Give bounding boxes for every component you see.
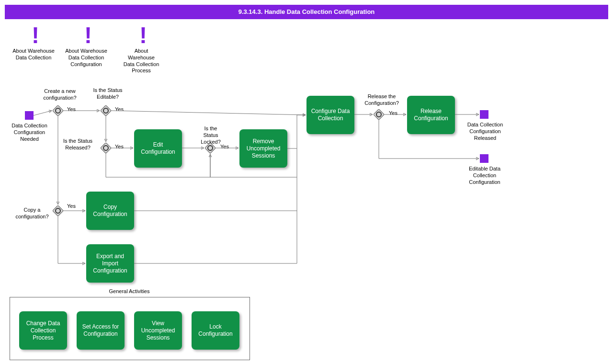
gateway-create-yes: Yes — [67, 106, 81, 113]
end-event-released — [480, 110, 488, 119]
exclamation-icon: ! — [32, 24, 39, 47]
task-view-sessions: View Uncompleted Sessions — [134, 311, 182, 350]
task-change-process: Change Data Collection Process — [19, 311, 67, 350]
svg-rect-10 — [53, 205, 63, 216]
svg-line-12 — [34, 111, 52, 115]
start-event — [25, 111, 34, 120]
task-copy-configuration: Copy Configuration — [86, 192, 134, 230]
end-event-editable-label: Editable Data Collection Configuration — [463, 166, 507, 185]
gateway-release — [374, 109, 384, 120]
gateway-locked-yes: Yes — [220, 144, 235, 150]
note-3: About Warehouse Data Collection Process — [122, 48, 160, 74]
gateway-released-yes: Yes — [115, 144, 129, 150]
svg-rect-8 — [374, 109, 384, 120]
gateway-copy-label: Copy a configuration? — [11, 207, 54, 220]
start-event-label: Data Collection Configuration Needed — [7, 123, 52, 142]
gateway-release-label: Release the Configuration? — [360, 93, 403, 107]
general-activities-title: General Activities — [10, 288, 249, 294]
task-export-import: Export and Import Configuration — [86, 244, 134, 283]
task-release-configuration: Release Configuration — [407, 96, 455, 134]
gateway-copy — [53, 205, 63, 216]
svg-line-14 — [111, 111, 306, 115]
task-edit-configuration: Edit Configuration — [134, 129, 182, 168]
gateway-create-label: Create a new configuration? — [38, 88, 81, 102]
task-configure-data: Configure Data Collection — [306, 96, 354, 134]
note-1: About Warehouse Data Collection — [10, 48, 57, 61]
svg-rect-2 — [101, 105, 111, 116]
end-event-editable — [480, 154, 488, 163]
svg-rect-4 — [101, 143, 111, 153]
gateway-editable — [101, 105, 111, 116]
gateway-release-yes: Yes — [389, 110, 403, 117]
svg-rect-0 — [53, 105, 63, 116]
gateway-create — [53, 105, 63, 116]
task-remove-sessions: Remove Uncompleted Sessions — [239, 129, 287, 168]
task-set-access: Set Access for Configuration — [77, 311, 125, 350]
diagram-stage: 9.3.14.3. Handle Data Collection Configu… — [0, 0, 613, 364]
gateway-editable-label: Is the Status Editable? — [91, 87, 125, 101]
svg-rect-6 — [205, 143, 216, 153]
gateway-locked — [205, 143, 216, 153]
gateway-editable-yes: Yes — [115, 106, 129, 113]
gateway-copy-yes: Yes — [67, 203, 81, 210]
exclamation-icon: ! — [139, 24, 147, 47]
note-2: About Warehouse Data Collection Configur… — [62, 48, 110, 68]
gateway-released-label: Is the Status Released? — [62, 138, 93, 151]
gateway-released — [101, 143, 111, 153]
exclamation-icon: ! — [84, 24, 92, 47]
end-event-released-label: Data Collection Configuration Released — [464, 122, 507, 141]
task-lock-configuration: Lock Configuration — [192, 311, 239, 350]
title-bar: 9.3.14.3. Handle Data Collection Configu… — [5, 5, 608, 19]
